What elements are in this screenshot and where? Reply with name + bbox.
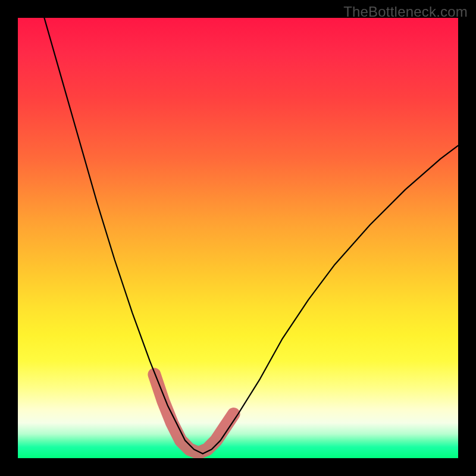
chart-outer-frame: TheBottleneck.com — [0, 0, 476, 476]
watermark-text: TheBottleneck.com — [343, 4, 468, 20]
plot-area — [18, 18, 458, 458]
curve-layer — [18, 18, 458, 458]
bottleneck-curve — [44, 18, 458, 454]
highlight-band — [154, 374, 233, 453]
